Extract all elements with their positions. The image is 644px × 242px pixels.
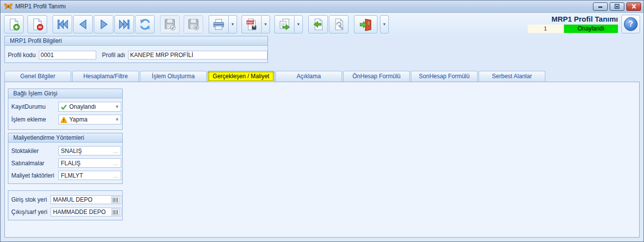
app-window: MRP1 Profil Tanımı bbox=[0, 0, 644, 242]
maliyetlendirme-group: Maliyetlendirme Yöntemleri Stoktakiler S… bbox=[8, 133, 123, 184]
profile-info-group-title: MRP1 Profil Bilgileri bbox=[5, 36, 268, 46]
first-record-icon bbox=[56, 18, 69, 31]
next-record-icon bbox=[97, 18, 110, 31]
refresh-icon bbox=[138, 18, 152, 31]
exit-button[interactable] bbox=[354, 15, 377, 33]
kayit-durumu-value: Onaylandı bbox=[69, 103, 115, 110]
maximize-icon bbox=[614, 4, 620, 9]
satinalmalar-value: FLALIŞ bbox=[61, 160, 113, 167]
print-split-button: ▼ bbox=[209, 15, 237, 33]
help-icon: ? bbox=[624, 17, 638, 31]
delete-record-button[interactable] bbox=[27, 15, 47, 33]
chevron-down-icon: ▼ bbox=[115, 117, 119, 122]
islem-ekleme-value: Yapma bbox=[69, 116, 115, 123]
tab-onhesap-formulu[interactable]: ÖnHesap Formülü bbox=[343, 71, 410, 82]
previous-record-button[interactable] bbox=[73, 15, 93, 33]
stoktakiler-field[interactable]: SNALIŞ … bbox=[58, 146, 121, 155]
cikis-sarf-yeri-value: HAMMADDE DEPO bbox=[53, 209, 111, 215]
next-record-button[interactable] bbox=[94, 15, 113, 33]
check-icon bbox=[60, 104, 67, 110]
form-title: MRP1 Profil Tanımı bbox=[528, 15, 618, 23]
print-dropdown-button[interactable]: ▼ bbox=[228, 15, 237, 33]
stoktakiler-label: Stoktakiler bbox=[11, 148, 58, 154]
tab-gerceklesen-maliyet[interactable]: Gerçekleşen / Maliyet bbox=[208, 71, 274, 82]
bagli-islem-girisi-group: Bağlı İşlem Girişi KayıtDurumu Onaylandı… bbox=[8, 89, 123, 130]
profil-kodu-label: Profil kodu bbox=[8, 52, 36, 59]
new-record-icon bbox=[7, 18, 21, 31]
new-record-button[interactable] bbox=[4, 15, 24, 33]
tab-panel-gerceklesen-maliyet: Bağlı İşlem Girişi KayıtDurumu Onaylandı… bbox=[4, 82, 640, 238]
minimize-button[interactable] bbox=[593, 2, 608, 11]
giris-stok-yeri-field[interactable]: MAMUL DEPO bbox=[51, 195, 121, 204]
islem-ekleme-label: İşlem ekleme bbox=[11, 116, 58, 123]
cikis-sarf-yeri-field[interactable]: HAMMADDE DEPO bbox=[51, 208, 121, 216]
barcode-icon bbox=[113, 210, 118, 214]
print-icon bbox=[212, 18, 225, 31]
minimize-icon bbox=[597, 4, 603, 9]
record-number: 1 bbox=[528, 25, 563, 33]
tab-genel-bilgiler[interactable]: Genel Bilgiler bbox=[4, 71, 71, 82]
chevron-down-icon: ▼ bbox=[115, 104, 119, 109]
ellipsis-lookup-icon[interactable]: … bbox=[113, 148, 119, 154]
tab-serbest-alanlar[interactable]: Serbest Alanlar bbox=[479, 71, 545, 82]
cikis-sarf-yeri-label: Çıkış/sarf yeri bbox=[11, 209, 51, 215]
exit-dropdown-button[interactable]: ▼ bbox=[380, 15, 389, 33]
svg-text:PDF: PDF bbox=[247, 21, 254, 24]
copy-transfer-icon bbox=[278, 18, 291, 31]
status-badge: Onaylandı bbox=[564, 25, 618, 33]
delete-record-icon bbox=[31, 18, 44, 31]
kayit-durumu-label: KayıtDurumu bbox=[11, 103, 58, 110]
tab-sonhesap-formulu[interactable]: SonHesap Formülü bbox=[411, 71, 478, 82]
barcode-icon bbox=[113, 198, 118, 202]
maliyet-faktorleri-value: FLMLYT bbox=[61, 172, 113, 179]
satinalmalar-label: Satınalmalar bbox=[11, 160, 58, 167]
maliyet-faktorleri-label: Maliyet faktörleri bbox=[11, 172, 58, 179]
close-button[interactable] bbox=[626, 2, 641, 11]
save-cancel-icon bbox=[187, 18, 200, 31]
profil-kodu-field[interactable] bbox=[39, 51, 96, 60]
pdf-split-button: PDF ▼ bbox=[242, 15, 270, 33]
tools-wrench-button[interactable] bbox=[329, 15, 349, 33]
pdf-export-icon: PDF bbox=[245, 18, 258, 31]
maximize-button[interactable] bbox=[610, 2, 624, 11]
tools-wrench-icon bbox=[332, 18, 346, 31]
cikis-sarf-lookup-button[interactable] bbox=[111, 209, 120, 215]
exit-door-icon bbox=[359, 18, 373, 31]
maliyet-faktorleri-field[interactable]: FLMLYT … bbox=[58, 171, 121, 180]
giris-stok-yeri-label: Giriş stok yeri bbox=[11, 196, 51, 203]
last-record-button[interactable] bbox=[114, 15, 134, 33]
kayit-durumu-dropdown[interactable]: Onaylandı ▼ bbox=[58, 102, 121, 112]
print-button[interactable] bbox=[209, 15, 228, 33]
ellipsis-lookup-icon[interactable]: … bbox=[113, 173, 119, 179]
profil-adi-field[interactable] bbox=[128, 51, 268, 60]
last-record-icon bbox=[118, 18, 131, 31]
tab-hesaplama-filtre[interactable]: Hesaplama/Filtre bbox=[72, 71, 139, 82]
profil-adi-label: Profil adı bbox=[102, 52, 125, 59]
close-icon bbox=[631, 4, 637, 9]
ellipsis-lookup-icon[interactable]: … bbox=[113, 160, 119, 166]
giris-stok-yeri-value: MAMUL DEPO bbox=[53, 196, 111, 203]
copy-dropdown-button[interactable]: ▼ bbox=[294, 15, 303, 33]
tab-islem-olusturma[interactable]: İşlem Oluşturma bbox=[140, 71, 207, 82]
butterfly-app-icon bbox=[4, 2, 13, 10]
warning-icon bbox=[60, 117, 67, 123]
maliyetlendirme-title: Maliyetlendirme Yöntemleri bbox=[8, 133, 122, 143]
copy-transfer-button[interactable] bbox=[274, 15, 294, 33]
save-cancel-button[interactable] bbox=[184, 15, 203, 33]
giris-stok-lookup-button[interactable] bbox=[111, 196, 120, 203]
islem-ekleme-dropdown[interactable]: Yapma ▼ bbox=[58, 115, 121, 124]
stoktakiler-value: SNALIŞ bbox=[61, 148, 113, 154]
copy-split-button: ▼ bbox=[274, 15, 303, 33]
pdf-dropdown-button[interactable]: ▼ bbox=[261, 15, 270, 33]
first-record-button[interactable] bbox=[53, 15, 72, 33]
tab-strip: Genel Bilgiler Hesaplama/Filtre İşlem Ol… bbox=[4, 71, 644, 82]
tab-aciklama[interactable]: Açıklama bbox=[275, 71, 342, 82]
import-document-button[interactable] bbox=[308, 15, 328, 33]
form-header: MRP1 Profil Tanımı 1 Onaylandı ? bbox=[528, 15, 640, 33]
previous-record-icon bbox=[77, 18, 90, 31]
save-button[interactable] bbox=[160, 15, 180, 33]
pdf-export-button[interactable]: PDF bbox=[242, 15, 261, 33]
satinalmalar-field[interactable]: FLALIŞ … bbox=[58, 158, 121, 168]
refresh-button[interactable] bbox=[135, 15, 155, 33]
help-button[interactable]: ? bbox=[621, 15, 640, 33]
